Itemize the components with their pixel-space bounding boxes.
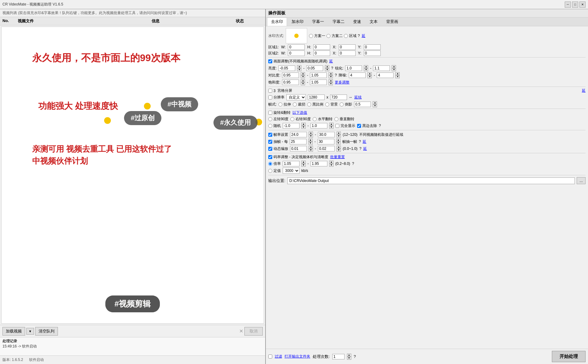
grid-checkbox[interactable]: [268, 89, 272, 93]
screen-adjust-link[interactable]: 延: [329, 59, 333, 64]
load-video-button[interactable]: 加载视频: [2, 327, 25, 336]
full-show-checkbox[interactable]: [335, 124, 339, 128]
br-max-down[interactable]: ▼: [329, 164, 334, 167]
fmt-stretch[interactable]: [278, 102, 282, 106]
radio-scheme2[interactable]: [326, 34, 330, 38]
res-link[interactable]: 延续: [354, 95, 362, 100]
zone1-h-input[interactable]: [313, 44, 330, 50]
cancel-button[interactable]: 取消: [244, 327, 263, 336]
noise-min-up[interactable]: ▲: [368, 72, 372, 75]
dynamic-link[interactable]: 延: [363, 146, 367, 151]
cap-min-up[interactable]: ▲: [308, 139, 313, 142]
contrast-min-up[interactable]: ▲: [301, 72, 305, 75]
contrast-min-down[interactable]: ▼: [301, 75, 305, 78]
count-up[interactable]: ▲: [347, 354, 351, 357]
brightness-max[interactable]: [306, 65, 323, 71]
noise-max[interactable]: [377, 72, 394, 78]
br-multiply[interactable]: [268, 162, 272, 166]
resolution-type-select[interactable]: 自定义: [286, 94, 306, 100]
brightness-min-down[interactable]: ▼: [297, 68, 301, 71]
bitrate-reset-link[interactable]: 批量重置: [330, 154, 345, 160]
shadow-up[interactable]: ▲: [373, 101, 377, 104]
fr-min-down[interactable]: ▼: [309, 135, 313, 138]
brightness-min-up[interactable]: ▲: [297, 65, 301, 68]
brightness-max-up[interactable]: ▲: [325, 65, 329, 68]
filter-checkbox[interactable]: [268, 355, 272, 358]
rot-flipv[interactable]: [334, 117, 338, 121]
tab-text[interactable]: 文本: [366, 17, 382, 26]
contrast-max[interactable]: [310, 72, 327, 78]
capture-min[interactable]: [290, 139, 307, 144]
fmt-ratio[interactable]: [307, 102, 311, 106]
br-fixed-select[interactable]: 3000: [283, 168, 300, 174]
remove-border-checkbox[interactable]: [357, 124, 361, 128]
maximize-button[interactable]: □: [572, 2, 578, 8]
bitrate-checkbox[interactable]: [268, 155, 272, 159]
rot-min-up[interactable]: ▲: [301, 123, 306, 126]
dynamic-checkbox[interactable]: [268, 147, 272, 151]
tab-background[interactable]: 背景画: [382, 17, 402, 26]
tab-subtitle2[interactable]: 字幕二: [329, 17, 349, 26]
open-folder-link[interactable]: 打开输出文件夹: [285, 354, 310, 359]
rot-random[interactable]: [268, 124, 272, 128]
brightness-min[interactable]: [278, 65, 295, 71]
contrast-max-up[interactable]: ▲: [329, 72, 333, 75]
fmt-crop[interactable]: [293, 102, 297, 106]
more-adjust-link[interactable]: 更多调整: [335, 80, 349, 85]
resolution-checkbox[interactable]: [268, 95, 272, 99]
clear-queue-button[interactable]: 清空队列: [35, 327, 58, 336]
fr-min-up[interactable]: ▲: [309, 132, 313, 135]
dyn-max-down[interactable]: ▼: [337, 149, 341, 152]
br-max[interactable]: [311, 161, 327, 166]
brightness-max-down[interactable]: ▼: [325, 68, 329, 71]
screen-adjust-checkbox[interactable]: [268, 59, 272, 63]
shadow-down[interactable]: ▼: [373, 104, 377, 107]
dyn-max-up[interactable]: ▲: [337, 146, 341, 149]
sharpen-max-down[interactable]: ▼: [392, 68, 396, 71]
dyn-min-down[interactable]: ▼: [309, 149, 313, 152]
capture-max[interactable]: [318, 139, 334, 144]
contrast-max-down[interactable]: ▼: [329, 75, 333, 78]
radio-scheme1[interactable]: [309, 34, 313, 38]
grid-check[interactable]: 3: [268, 89, 276, 93]
zone1-y-input[interactable]: [364, 44, 381, 50]
count-down[interactable]: ▼: [347, 357, 351, 360]
fr-max-down[interactable]: ▼: [337, 135, 341, 138]
cap-min-down[interactable]: ▼: [308, 142, 313, 145]
zone1-x-input[interactable]: [339, 44, 356, 50]
br-min[interactable]: [283, 161, 300, 166]
sharpen-max-up[interactable]: ▲: [392, 65, 396, 68]
noise-max-up[interactable]: ▲: [395, 72, 400, 75]
sharpen-min-up[interactable]: ▲: [364, 65, 368, 68]
load-dropdown-button[interactable]: ▼: [26, 328, 34, 335]
screen-adjust-check[interactable]: 画面调整(不同视频画面随机调调): [268, 59, 327, 64]
noise-max-down[interactable]: ▼: [395, 75, 400, 78]
output-path-input[interactable]: [287, 177, 575, 184]
tab-speed[interactable]: 变速: [349, 17, 365, 26]
rotate-checkbox[interactable]: [268, 111, 272, 115]
contrast-min[interactable]: [282, 72, 299, 78]
filter-link[interactable]: 过滤: [275, 354, 282, 359]
zone2-w-input[interactable]: [288, 50, 305, 56]
cap-max-up[interactable]: ▲: [336, 139, 341, 142]
tab-subtitle1[interactable]: 字幕一: [308, 17, 328, 26]
browse-button[interactable]: ...: [577, 177, 586, 184]
framerate-checkbox[interactable]: [268, 133, 272, 137]
minimize-button[interactable]: ─: [565, 2, 571, 8]
br-fixed[interactable]: [268, 169, 272, 173]
rot-min-down[interactable]: ▼: [301, 126, 306, 129]
tab-add-watermark[interactable]: 加水印: [288, 17, 307, 26]
br-min-up[interactable]: ▲: [301, 161, 306, 164]
rot-left90[interactable]: [268, 117, 272, 121]
saturation-max-up[interactable]: ▲: [329, 79, 333, 82]
res-width[interactable]: [308, 95, 325, 100]
framerate-max[interactable]: [318, 132, 335, 137]
dynamic-max[interactable]: [318, 146, 335, 151]
shadow-input[interactable]: [354, 102, 371, 107]
capture-link[interactable]: 延: [363, 139, 366, 144]
br-min-down[interactable]: ▼: [301, 164, 306, 167]
start-button[interactable]: 开始处理: [552, 351, 586, 362]
noise-min-down[interactable]: ▼: [368, 75, 372, 78]
rot-max-up[interactable]: ▲: [329, 123, 334, 126]
fmt-bg[interactable]: [325, 102, 329, 106]
